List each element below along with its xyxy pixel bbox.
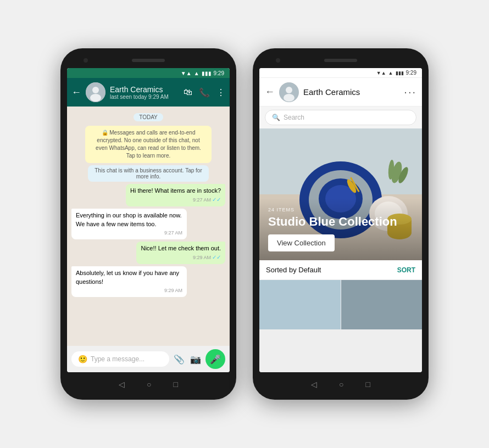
- read-receipts-2: ✓✓: [212, 254, 221, 261]
- emoji-icon[interactable]: 🙂: [78, 355, 87, 363]
- catalog-grid: [259, 280, 422, 372]
- wa-header: ← Earth Ceramics last seen today 9:29 AM…: [67, 78, 230, 107]
- attachment-icon[interactable]: 📎: [174, 354, 185, 365]
- speaker-1: [132, 59, 165, 62]
- more-icon[interactable]: ⋮: [216, 87, 225, 98]
- date-label: TODAY: [134, 113, 163, 121]
- contact-name: Earth Ceramics: [110, 85, 179, 94]
- message-3-time: 9:29 AM ✓✓: [141, 254, 221, 261]
- svg-point-2: [90, 94, 101, 102]
- signal-icon: ▼▲: [181, 70, 192, 76]
- contact-avatar: [86, 82, 105, 102]
- message-input[interactable]: 🙂 Type a message...: [71, 351, 169, 367]
- camera-icon[interactable]: 📷: [190, 354, 201, 365]
- nav-back-icon[interactable]: ◁: [119, 380, 125, 389]
- svg-point-4: [286, 87, 292, 93]
- video-call-icon[interactable]: 📞: [199, 87, 210, 98]
- signal-icon-2: ▼▲: [376, 70, 386, 76]
- speaker-2: [324, 59, 357, 62]
- hero-overlay: 24 ITEMS Studio Blue Collection View Col…: [259, 198, 422, 260]
- sort-label: Sorted by Default: [266, 266, 321, 274]
- message-4-time: 9:29 AM: [76, 287, 182, 294]
- battery-icon: ▮▮▮: [202, 70, 212, 76]
- search-bar: 🔍 Search: [259, 107, 422, 128]
- time-2: 9:29: [406, 70, 416, 76]
- phone-2-nav: ◁ ○ □: [259, 376, 422, 393]
- shop-icon[interactable]: 🛍: [184, 87, 192, 97]
- hero-image: 24 ITEMS Studio Blue Collection View Col…: [259, 128, 422, 260]
- nav-home-icon[interactable]: ○: [147, 380, 151, 389]
- back-button[interactable]: ←: [71, 87, 81, 98]
- nav-recents-icon[interactable]: □: [174, 380, 178, 389]
- message-1-time: 9:27 AM ✓✓: [130, 196, 221, 204]
- search-input[interactable]: 🔍 Search: [265, 110, 416, 125]
- collection-name: Studio Blue Collection: [268, 215, 413, 229]
- nav-back-icon-2[interactable]: ◁: [311, 380, 317, 389]
- encryption-notice[interactable]: 🔒 Messages and calls are end-to-end encr…: [85, 126, 212, 163]
- phone-1-nav: ◁ ○ □: [67, 376, 230, 393]
- wifi-icon-2: ▲: [388, 70, 393, 76]
- phone-2: ▼▲ ▲ ▮▮▮ 9:29 ← Earth Ceramics ···: [253, 48, 429, 400]
- message-1: Hi there! What items are in stock? 9:27 …: [126, 184, 225, 206]
- catalog-item-1[interactable]: [259, 280, 341, 329]
- phone-1-screen: ▼▲ ▲ ▮▮▮ 9:29 ← Earth Ceramics last see: [67, 68, 230, 372]
- message-3: Nice!! Let me check them out. 9:29 AM ✓✓: [136, 242, 225, 264]
- message-4: Absolutely, let us know if you have any …: [71, 266, 187, 296]
- catalog-more-icon[interactable]: ···: [404, 86, 416, 98]
- view-collection-button[interactable]: View Collection: [268, 234, 335, 251]
- business-notice[interactable]: This chat is with a business account. Ta…: [88, 165, 209, 182]
- read-receipts: ✓✓: [212, 196, 221, 204]
- svg-point-5: [284, 94, 294, 102]
- catalog-item-2[interactable]: [341, 280, 423, 329]
- search-icon: 🔍: [272, 114, 280, 121]
- catalog-back-button[interactable]: ←: [265, 86, 275, 98]
- phone-2-top: [259, 55, 422, 66]
- message-2: Everything in our shop is available now.…: [71, 209, 187, 239]
- nav-home-icon-2[interactable]: ○: [339, 380, 343, 389]
- business-avatar: [279, 82, 299, 102]
- time-1: 9:29: [214, 70, 224, 76]
- business-name: Earth Ceramics: [303, 87, 399, 97]
- camera-1: [84, 58, 88, 63]
- search-placeholder: Search: [284, 114, 304, 121]
- catalog-header: ← Earth Ceramics ···: [259, 78, 422, 107]
- input-placeholder: Type a message...: [91, 355, 163, 363]
- status-bar-1: ▼▲ ▲ ▮▮▮ 9:29: [67, 68, 230, 78]
- status-bar-2: ▼▲ ▲ ▮▮▮ 9:29: [259, 68, 422, 78]
- wa-action-buttons: 🛍 📞 ⋮: [184, 87, 225, 98]
- sort-button[interactable]: SORT: [397, 266, 415, 274]
- contact-info: Earth Ceramics last seen today 9:29 AM: [110, 85, 179, 100]
- input-action-icons: 📎 📷: [174, 354, 201, 365]
- nav-recents-icon-2[interactable]: □: [366, 380, 370, 389]
- svg-point-1: [92, 87, 99, 93]
- battery-icon-2: ▮▮▮: [396, 70, 404, 76]
- message-2-time: 9:27 AM: [76, 229, 182, 237]
- mic-button[interactable]: 🎤: [205, 349, 225, 369]
- mic-icon: 🎤: [210, 354, 221, 365]
- contact-status: last seen today 9:29 AM: [110, 94, 179, 100]
- phone-1-top: [67, 55, 230, 66]
- phone-1: ▼▲ ▲ ▮▮▮ 9:29 ← Earth Ceramics last see: [60, 48, 236, 400]
- wifi-icon: ▲: [194, 70, 199, 76]
- input-bar: 🙂 Type a message... 📎 📷 🎤: [67, 346, 230, 372]
- items-count: 24 ITEMS: [268, 207, 413, 212]
- phone-2-screen: ▼▲ ▲ ▮▮▮ 9:29 ← Earth Ceramics ···: [259, 68, 422, 372]
- camera-2: [276, 58, 280, 63]
- chat-area: TODAY 🔒 Messages and calls are end-to-en…: [67, 107, 230, 346]
- sort-bar: Sorted by Default SORT: [259, 260, 422, 280]
